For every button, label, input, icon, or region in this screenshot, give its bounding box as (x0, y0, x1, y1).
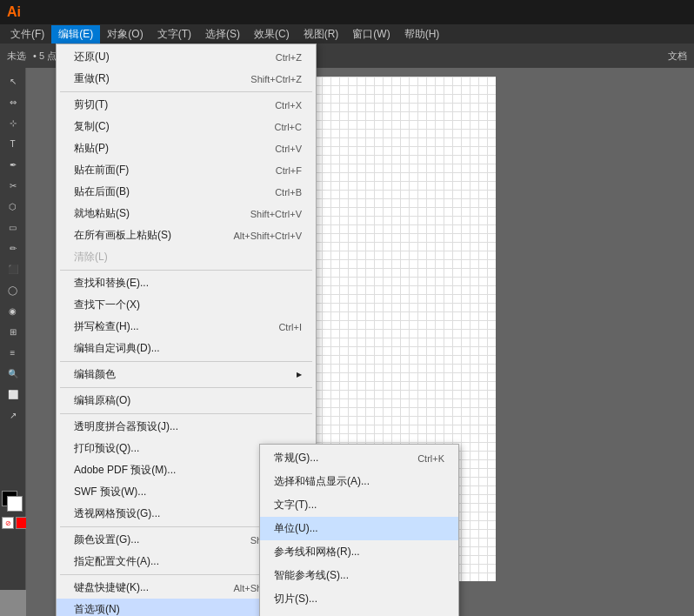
tool-btn-5[interactable]: ✂ (3, 176, 23, 195)
ai-logo: Ai (7, 4, 21, 20)
prefs-item-dictspell[interactable]: 词典和连字... (260, 611, 458, 616)
doc-label: 文档 (668, 50, 687, 63)
menu-item-edit[interactable]: 编辑(E) (51, 25, 100, 44)
menu-item-label: 还原(U) (74, 50, 110, 64)
menu-item-view[interactable]: 视图(R) (297, 25, 346, 44)
stroke-color[interactable] (7, 496, 23, 512)
tool-btn-6[interactable]: ⬡ (3, 197, 23, 216)
prefs-item-anchorpoint[interactable]: 选择和锚点显示(A)... (260, 470, 458, 493)
menu-item-label: 查找下一个(X) (74, 298, 140, 312)
edit-menu-item-findreplace[interactable]: 查找和替换(E)... (57, 272, 316, 294)
edit-menu-item-clear: 清除(L) (57, 246, 316, 268)
menu-item-label: 粘贴(P) (74, 141, 109, 156)
menu-item-shortcut: Ctrl+C (275, 122, 302, 132)
prefs-item-units[interactable]: 单位(U)... (260, 517, 458, 540)
menu-item-label: 查找和替换(E)... (74, 276, 149, 291)
tool-btn-16[interactable]: ↗ (3, 405, 23, 425)
tool-btn-3[interactable]: T (3, 134, 23, 153)
left-toolbox: ↖⇔⊹T✒✂⬡▭✏⬛◯◉⊞≡🔍⬜↗ ⊘ (0, 68, 26, 590)
tool-btn-1[interactable]: ⇔ (3, 92, 23, 111)
edit-menu-item-paste-allboards[interactable]: 在所有画板上粘贴(S)Alt+Shift+Ctrl+V (57, 224, 316, 246)
tool-btn-7[interactable]: ▭ (3, 218, 23, 237)
menu-item-label: 就地粘贴(S) (74, 206, 130, 221)
fill-stroke-colors (2, 491, 24, 513)
menu-item-label: 打印预设(Q)... (74, 441, 139, 456)
menu-item-label: 拼写检查(H)... (74, 319, 139, 334)
menu-item-label: 透视网格预设(G)... (74, 506, 160, 521)
menu-item-help[interactable]: 帮助(H) (397, 25, 447, 44)
prefs-item-label: 参考线和网格(R)... (274, 545, 360, 559)
menu-item-label: 贴在前面(F) (74, 163, 129, 177)
prefs-item-label: 单位(U)... (274, 521, 318, 536)
menu-item-shortcut: Ctrl+X (275, 100, 302, 110)
menu-item-label: 剪切(T) (74, 97, 108, 112)
prefs-item-guides[interactable]: 参考线和网格(R)... (260, 540, 458, 564)
tool-btn-2[interactable]: ⊹ (3, 113, 23, 132)
menu-item-label: 编辑自定词典(D)... (74, 341, 160, 356)
edit-menu-item-spellcheck[interactable]: 拼写检查(H)...Ctrl+I (57, 316, 316, 338)
tool-btn-4[interactable]: ✒ (3, 155, 23, 174)
edit-menu-item-paste-inplace[interactable]: 就地粘贴(S)Shift+Ctrl+V (57, 203, 316, 224)
menu-item-effect[interactable]: 效果(C) (247, 25, 297, 44)
menu-item-label: 贴在后面(B) (74, 184, 130, 199)
edit-menu-item-findnext[interactable]: 查找下一个(X) (57, 294, 316, 316)
edit-menu-item-redo[interactable]: 重做(R)Shift+Ctrl+Z (57, 68, 316, 90)
menu-item-shortcut: Ctrl+B (275, 187, 302, 198)
menu-separator (60, 270, 312, 271)
prefs-submenu: 常规(G)...Ctrl+K选择和锚点显示(A)...文字(T)...单位(U)… (259, 444, 459, 616)
prefs-item-label: 常规(G)... (274, 451, 318, 465)
menu-item-label: 编辑原稿(O) (74, 393, 130, 408)
tool-btn-14[interactable]: 🔍 (3, 364, 23, 383)
menu-item-text[interactable]: 文字(T) (150, 25, 198, 44)
prefs-item-label: 切片(S)... (274, 592, 317, 606)
edit-menu-item-copy[interactable]: 复制(C)Ctrl+C (57, 116, 316, 137)
menu-item-label: 指定配置文件(A)... (74, 554, 159, 569)
prefs-item-shortcut: Ctrl+K (417, 453, 444, 464)
tool-btn-12[interactable]: ⊞ (3, 322, 23, 341)
menu-item-label: 颜色设置(G)... (74, 532, 139, 547)
prefs-item-text[interactable]: 文字(T)... (260, 493, 458, 517)
prefs-item-label: 选择和锚点显示(A)... (274, 474, 370, 489)
menu-item-label: 编辑颜色 (74, 367, 116, 382)
edit-menu-item-transparency[interactable]: 透明度拼合器预设(J)... (57, 416, 316, 438)
menu-item-shortcut: Ctrl+Z (276, 52, 302, 63)
menu-item-file[interactable]: 文件(F) (3, 25, 51, 44)
none-color[interactable]: ⊘ (2, 517, 14, 529)
tool-btn-15[interactable]: ⬜ (3, 385, 23, 404)
menu-item-window[interactable]: 窗口(W) (345, 25, 397, 44)
menu-separator (60, 91, 312, 92)
menu-item-shortcut: Shift+Ctrl+Z (250, 74, 302, 84)
tool-btn-8[interactable]: ✏ (3, 238, 23, 258)
edit-menu-item-undo[interactable]: 还原(U)Ctrl+Z (57, 46, 316, 68)
edit-menu-item-cut[interactable]: 剪切(T)Ctrl+X (57, 94, 316, 116)
menu-item-shortcut: Shift+Ctrl+V (250, 209, 302, 219)
menu-item-label: 透明度拼合器预设(J)... (74, 419, 178, 434)
menu-item-label: SWF 预设(W)... (74, 485, 146, 499)
menu-item-label: 首选项(N) (74, 602, 120, 616)
menu-item-shortcut: Ctrl+I (278, 322, 302, 332)
prefs-item-slices[interactable]: 切片(S)... (260, 587, 458, 611)
menu-item-shortcut: Alt+Shift+Ctrl+V (233, 231, 302, 241)
menu-item-label: 重做(R) (74, 71, 110, 86)
tool-btn-9[interactable]: ⬛ (3, 259, 23, 278)
menu-item-label: 键盘快捷键(K)... (74, 580, 149, 595)
edit-menu-item-editcolors[interactable]: 编辑颜色 (57, 364, 316, 385)
menu-item-object[interactable]: 对象(O) (100, 25, 150, 44)
edit-menu-item-paste-front[interactable]: 贴在前面(F)Ctrl+F (57, 159, 316, 181)
menu-item-shortcut: Ctrl+V (275, 144, 302, 154)
tool-btn-0[interactable]: ↖ (3, 71, 23, 90)
edit-menu-item-editdict[interactable]: 编辑自定词典(D)... (57, 338, 316, 359)
menu-item-label: Adobe PDF 预设(M)... (74, 463, 176, 478)
prefs-item-smartguides[interactable]: 智能参考线(S)... (260, 564, 458, 587)
edit-menu-item-editoriginal[interactable]: 编辑原稿(O) (57, 390, 316, 412)
edit-menu-item-paste-back[interactable]: 贴在后面(B)Ctrl+B (57, 181, 316, 203)
menu-item-label: 清除(L) (74, 250, 108, 264)
edit-menu-item-paste[interactable]: 粘贴(P)Ctrl+V (57, 137, 316, 159)
tool-btn-13[interactable]: ≡ (3, 343, 23, 362)
menu-item-label: 在所有画板上粘贴(S) (74, 228, 171, 243)
menu-item-shortcut: Ctrl+F (276, 165, 302, 176)
menu-item-select[interactable]: 选择(S) (198, 25, 247, 44)
tool-btn-11[interactable]: ◉ (3, 301, 23, 320)
prefs-item-general[interactable]: 常规(G)...Ctrl+K (260, 446, 458, 470)
tool-btn-10[interactable]: ◯ (3, 280, 23, 299)
